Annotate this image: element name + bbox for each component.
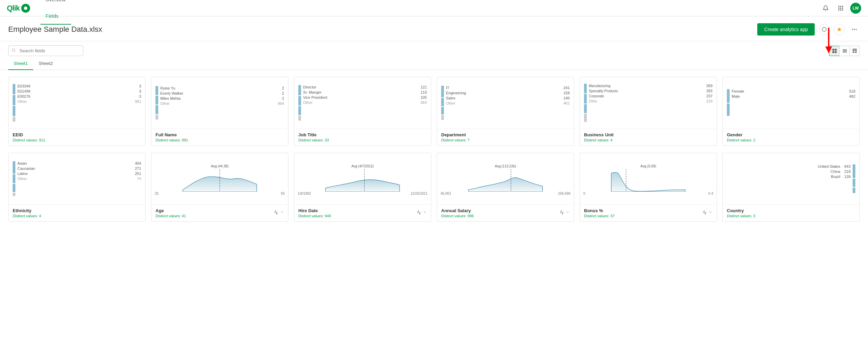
card-bonus-footer: Bonus % Distinct values: 37 <box>580 204 717 221</box>
card-bonus: Avg (0.09) 0 0.4 Bonus % D <box>580 153 717 222</box>
card-country: United States643 China218 Brazil139 Coun… <box>722 153 860 222</box>
card-department: IT241 Engineering158 Sales140 Other461 D… <box>437 77 574 146</box>
card-bonus-icons <box>702 210 713 216</box>
card-gender-distinct: Distinct values: 2 <box>727 138 855 142</box>
card-hiredate-avg: Avg (4/7/2012) <box>298 164 428 168</box>
card-salary-avg: Avg (113.22k) <box>440 164 570 168</box>
chart-icon[interactable] <box>702 210 707 216</box>
svg-rect-2 <box>842 6 843 7</box>
card-gender: Female518 Male482 Gender Distinct values… <box>722 77 860 146</box>
chart-icon[interactable] <box>274 210 279 216</box>
card-country-distinct: Distinct values: 3 <box>727 214 855 218</box>
list-view-button[interactable] <box>839 46 850 56</box>
card-hiredate-distinct: Distinct values: 949 <box>298 214 331 218</box>
card-salary-icons <box>559 210 570 216</box>
chevron-down-icon[interactable] <box>280 210 284 216</box>
card-salary: Avg (113.22k) 40,063 258,498 Annual <box>437 153 574 222</box>
svg-rect-5 <box>842 8 843 9</box>
svg-rect-27 <box>855 50 857 51</box>
card-age-distinct: Distinct values: 41 <box>155 214 186 218</box>
card-salary-footer: Annual Salary Distinct values: 996 <box>437 204 574 221</box>
nav-fields[interactable]: Fields <box>40 8 71 25</box>
page-header-actions: Create analytics app <box>757 23 860 36</box>
card-salary-axis: 40,063 258,498 <box>440 192 570 195</box>
svg-rect-22 <box>842 49 846 50</box>
svg-rect-23 <box>842 51 846 51</box>
svg-rect-8 <box>842 9 843 10</box>
logo-text: Qlik <box>7 4 20 13</box>
chart-icon[interactable] <box>417 210 421 216</box>
card-fullname-footer: Full Name Distinct values: 991 <box>151 128 288 146</box>
card-eeid-title: EEID <box>13 132 141 137</box>
card-department-title: Department <box>441 132 570 137</box>
search-wrapper <box>8 45 83 56</box>
card-ethnicity-distinct: Distinct values: 4 <box>13 214 141 218</box>
card-hiredate-icons <box>417 210 427 216</box>
sheet-tabs: Sheet1 Sheet2 <box>0 57 868 70</box>
card-hiredate-title: Hire Date <box>298 208 331 213</box>
card-eeid-footer: EEID Distinct values: 911 <box>9 128 145 146</box>
svg-point-13 <box>856 29 857 30</box>
svg-rect-28 <box>853 52 854 53</box>
card-age: Avg (44.38) 25 65 Age Dist <box>151 153 288 222</box>
card-department-distinct: Distinct values: 7 <box>441 138 570 142</box>
header-right: LW <box>820 3 861 14</box>
card-jobtitle: Director121 Sr. Manger110 Vice President… <box>294 77 431 146</box>
card-jobtitle-body: Director121 Sr. Manger110 Vice President… <box>294 77 431 128</box>
card-salary-title: Annual Salary <box>441 208 474 213</box>
svg-rect-24 <box>842 52 846 52</box>
card-fullname-distinct: Distinct values: 991 <box>155 138 284 142</box>
card-businessunit-distinct: Distinct values: 4 <box>584 138 713 142</box>
more-options-button[interactable] <box>849 24 860 35</box>
chevron-down-icon[interactable] <box>423 210 427 216</box>
card-gender-title: Gender <box>727 132 855 137</box>
svg-point-16 <box>12 49 15 52</box>
card-gender-body: Female518 Male482 <box>723 77 859 128</box>
user-avatar[interactable]: LW <box>850 3 861 14</box>
chart-icon[interactable] <box>559 210 564 216</box>
logo-icon <box>21 4 30 13</box>
card-bonus-title: Bonus % <box>584 208 614 213</box>
card-fullname-title: Full Name <box>155 132 284 137</box>
card-businessunit-title: Business Unit <box>584 132 713 137</box>
red-arrow <box>822 28 836 56</box>
chevron-down-icon[interactable] <box>566 210 570 216</box>
search-input[interactable] <box>8 45 83 56</box>
card-businessunit-footer: Business Unit Distinct values: 4 <box>580 128 717 146</box>
svg-marker-10 <box>837 27 841 31</box>
svg-line-17 <box>14 51 15 52</box>
card-country-title: Country <box>727 208 855 213</box>
apps-icon[interactable] <box>835 3 846 14</box>
salary-chart <box>440 169 570 192</box>
svg-rect-0 <box>838 6 839 7</box>
svg-rect-7 <box>840 9 841 10</box>
create-analytics-button[interactable]: Create analytics app <box>757 23 815 36</box>
svg-rect-26 <box>853 50 854 51</box>
card-country-body: United States643 China218 Brazil139 <box>723 153 859 204</box>
card-age-body: Avg (44.38) 25 65 <box>151 153 288 204</box>
svg-point-11 <box>852 29 853 30</box>
card-department-body: IT241 Engineering158 Sales140 Other461 <box>437 77 574 128</box>
table-view-button[interactable] <box>850 46 860 56</box>
logo[interactable]: Qlik <box>7 4 30 13</box>
cards-row1: E033493 E014993 E002763 Other991 EEID Di… <box>0 70 868 153</box>
card-bonus-axis: 0 0.4 <box>583 192 713 195</box>
card-hiredate: Avg (4/7/2012) 1/9/1992 12/26/2021 H <box>294 153 431 222</box>
card-age-axis: 25 65 <box>155 192 285 195</box>
card-fullname-body: Rylee Yu2 Everly Walker2 Miles Mehta2 Ot… <box>151 77 288 128</box>
notification-icon[interactable] <box>820 3 831 14</box>
card-hiredate-footer: Hire Date Distinct values: 949 <box>294 204 431 221</box>
tab-sheet2[interactable]: Sheet2 <box>33 57 58 70</box>
card-businessunit: Manufacturing269 Speciality Products265 … <box>580 77 717 146</box>
card-ethnicity-body: Asian404 Caucasian271 Latino251 Other74 <box>9 153 145 204</box>
page-title: Employee Sample Data.xlsx <box>8 25 102 34</box>
svg-rect-4 <box>840 8 841 9</box>
chevron-down-icon[interactable] <box>708 210 713 216</box>
toolbar-row <box>0 41 868 57</box>
card-fullname: Rylee Yu2 Everly Walker2 Miles Mehta2 Ot… <box>151 77 288 146</box>
card-age-avg: Avg (44.38) <box>155 164 285 168</box>
tab-sheet1[interactable]: Sheet1 <box>8 57 33 70</box>
card-eeid-distinct: Distinct values: 911 <box>13 138 141 142</box>
nav-overview[interactable]: Overview <box>40 0 71 8</box>
card-age-title: Age <box>155 208 186 213</box>
